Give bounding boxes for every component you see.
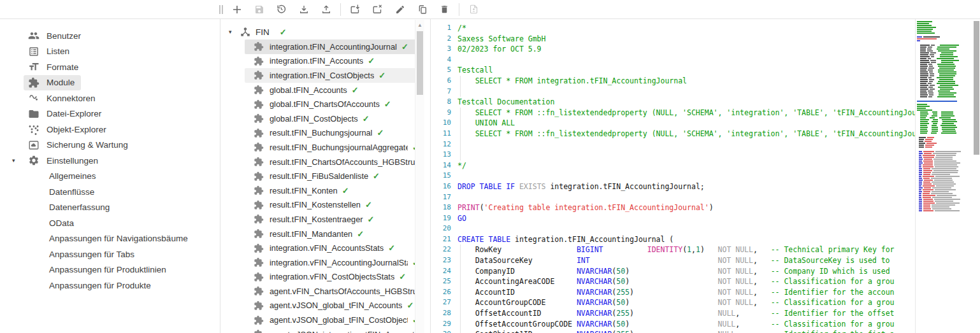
code-line: 15 bbox=[431, 171, 915, 181]
sidebar-item-listen[interactable]: Listen bbox=[0, 44, 76, 60]
tree-scrollbar-thumb[interactable] bbox=[417, 31, 423, 95]
add-button[interactable] bbox=[226, 1, 248, 18]
toolbar bbox=[0, 0, 980, 19]
editor-minimap[interactable] bbox=[917, 21, 972, 212]
sidebar-item-benutzer[interactable]: Benutzer bbox=[0, 28, 87, 44]
grid-dots-icon bbox=[28, 124, 40, 135]
sidebar-item-datei-explorer[interactable]: Datei-Explorer bbox=[0, 106, 108, 122]
minimap-row bbox=[917, 206, 972, 208]
sidebar-item-objekt-explorer[interactable]: Objekt-Explorer bbox=[0, 122, 113, 138]
tree-item-integration-vfin-costobjectsstats[interactable]: integration.vFIN_CostObjectsStats✓ bbox=[245, 270, 419, 285]
sidebar-subitem-datenfl-sse[interactable]: Datenflüsse bbox=[0, 184, 220, 200]
download-button[interactable] bbox=[292, 1, 315, 18]
sidebar-item-label: Konnektoren bbox=[47, 94, 96, 103]
sidebar-subitem-anpassungen-f-r-produkte[interactable]: Anpassungen für Produkte bbox=[0, 278, 220, 294]
sidebar-subitem-allgemeines[interactable]: Allgemeines bbox=[0, 169, 220, 185]
minimap-row bbox=[917, 178, 972, 179]
module-tree-panel: ▾ FIN ✓ integration.tFIN_AccountingJourn… bbox=[220, 20, 430, 333]
sidebar-subitem-anpassungen-f-r-produktlinien[interactable]: Anpassungen für Produktlinien bbox=[0, 262, 220, 278]
puzzle-icon bbox=[254, 214, 264, 224]
sql-code-editor[interactable]: 1/*2Saxess Software GmbH302/2023 for OCT… bbox=[431, 20, 915, 333]
check-icon: ✓ bbox=[388, 243, 395, 253]
tree-item-agent-vfin-chartsofaccounts-hgbstructure[interactable]: agent.vFIN_ChartsOfAccounts_HGBStructure bbox=[245, 284, 419, 299]
tree-item-global-tfin-costobjects[interactable]: global.tFIN_CostObjects✓ bbox=[245, 111, 419, 126]
tree-item-integration-tfin-accountingjournal[interactable]: integration.tFIN_AccountingJournal✓ bbox=[245, 39, 419, 54]
line-number: 26 bbox=[431, 287, 451, 298]
tree-item-result-tfin-kostentraeger[interactable]: result.tFIN_Kostentraeger✓ bbox=[245, 212, 419, 227]
tree-item-result-tfin-chartsofaccounts-hgbstructure[interactable]: result.tFIN_ChartsOfAccounts_HGBStructur… bbox=[245, 155, 419, 169]
puzzle-icon bbox=[254, 272, 264, 282]
code-line: 22 RowKey BIGINT IDENTITY(1,1) NOT NULL,… bbox=[431, 244, 915, 255]
code-line: 19GO bbox=[431, 213, 915, 224]
tree-item-global-tfin-accounts[interactable]: global.tFIN_Accounts✓ bbox=[245, 83, 419, 97]
sidebar-item-einstellungen[interactable]: ▾Einstellungen bbox=[0, 153, 104, 169]
panel-resize-handle[interactable] bbox=[217, 1, 226, 18]
tree-item-agent-vjson-global-tfin-costobjects[interactable]: agent.vJSON_global_tFIN_CostObjects✓ bbox=[245, 313, 419, 327]
minimap-row bbox=[917, 79, 972, 80]
code-line-content: DataSourceKey INT NOT NULL, -- DataSourc… bbox=[458, 255, 915, 266]
minimap-row bbox=[917, 50, 972, 52]
sidebar-subitem-odata[interactable]: OData bbox=[0, 215, 220, 231]
tree-item-agent-vjson-integration-tfin-accountingjournal[interactable]: agent.vJSON_integration_tFIN_AccountingJ… bbox=[245, 327, 419, 333]
tree-item-label: integration.tFIN_CostObjects bbox=[270, 71, 374, 80]
tree-divider[interactable] bbox=[430, 19, 431, 333]
tree-root-fin[interactable]: ▾ FIN ✓ bbox=[220, 24, 430, 39]
code-line-content: AccountID NVARCHAR(255) NOT NULL, -- Ide… bbox=[458, 287, 915, 298]
sidebar-item-formate[interactable]: Formate bbox=[0, 59, 85, 75]
deploy-button[interactable] bbox=[344, 1, 366, 18]
minimap-row bbox=[917, 176, 972, 177]
code-line: 30 CostObject1ID NVARCHAR(255) NULL -- I… bbox=[431, 329, 915, 333]
minimap-row bbox=[917, 146, 972, 148]
minimap-row bbox=[917, 29, 972, 30]
sidebar-item-body: Datei-Explorer bbox=[24, 106, 108, 122]
undeploy-button[interactable] bbox=[366, 1, 389, 18]
code-line: 16DROP TABLE IF EXISTS integration.tFIN_… bbox=[431, 181, 915, 192]
tree-item-result-tfin-buchungsjournalaggregated[interactable]: result.tFIN_BuchungsjournalAggregated✓ bbox=[245, 140, 419, 155]
minimap-row bbox=[917, 151, 972, 152]
minimap-row bbox=[917, 81, 972, 82]
sidebar-subitem-anpassungen-f-r-navigationsb-ume[interactable]: Anpassungen für Navigationsbäume bbox=[0, 231, 220, 247]
minimap-row bbox=[917, 69, 972, 71]
code-line-content: GO bbox=[458, 213, 915, 224]
tree-item-integration-vfin-accountsstats[interactable]: integration.vFIN_AccountsStats✓ bbox=[245, 241, 419, 255]
sidebar-item-body: Sicherung & Wartung bbox=[24, 138, 134, 153]
tree-item-agent-vjson-global-tfin-accounts[interactable]: agent.vJSON_global_tFIN_Accounts✓ bbox=[245, 299, 419, 313]
tree-item-integration-tfin-accounts[interactable]: integration.tFIN_Accounts✓ bbox=[245, 54, 419, 69]
sidebar-item-module[interactable]: Module bbox=[0, 75, 81, 91]
minimap-row bbox=[917, 191, 972, 192]
upload-button[interactable] bbox=[315, 1, 337, 18]
code-line: 10 UNION ALL bbox=[431, 118, 915, 129]
tree-item-global-tfin-chartsofaccounts[interactable]: global.tFIN_ChartsOfAccounts✓ bbox=[245, 97, 419, 111]
sidebar-item-konnektoren[interactable]: Konnektoren bbox=[0, 90, 102, 106]
tree-item-result-tfin-fibusaldenliste[interactable]: result.tFIN_FiBuSaldenliste✓ bbox=[245, 169, 419, 183]
sidebar-divider[interactable] bbox=[220, 0, 220, 333]
tree-item-result-tfin-buchungsjournal[interactable]: result.tFIN_Buchungsjournal✓ bbox=[245, 126, 419, 141]
tree-item-result-tfin-mandanten[interactable]: result.tFIN_Mandanten✓ bbox=[245, 227, 419, 241]
scroll-up-arrow-icon[interactable]: ▲ bbox=[415, 22, 424, 28]
edit-button[interactable] bbox=[389, 1, 411, 18]
tree-item-result-tfin-kostenstellen[interactable]: result.tFIN_Kostenstellen✓ bbox=[245, 198, 419, 213]
code-line: 24 CompanyID NVARCHAR(50) NOT NULL, -- C… bbox=[431, 266, 915, 277]
connector-icon bbox=[28, 92, 40, 104]
tree-item-integration-vfin-accountingjournalstats[interactable]: integration.vFIN_AccountingJournalStats✓ bbox=[245, 255, 419, 270]
code-line-content: SELECT * FROM integration.tFIN_Accountin… bbox=[458, 76, 915, 87]
chevron-down-icon[interactable]: ▾ bbox=[229, 29, 240, 35]
line-number: 1 bbox=[431, 23, 451, 34]
minimap-row bbox=[917, 189, 972, 190]
chevron-down-icon[interactable]: ▾ bbox=[0, 157, 24, 164]
tree-item-result-tfin-konten[interactable]: result.tFIN_Konten✓ bbox=[245, 183, 419, 198]
duplicate-button[interactable] bbox=[411, 1, 433, 18]
tree-scrollbar[interactable]: ▲ bbox=[415, 20, 424, 333]
sidebar-subitem-datenerfassung[interactable]: Datenerfassung bbox=[0, 200, 220, 216]
sidebar-subitem-anpassungen-f-r-tabs[interactable]: Anpassungen für Tabs bbox=[0, 246, 220, 262]
editor-scrollbar-thumb[interactable] bbox=[974, 21, 979, 155]
code-line: 18PRINT('Creating table integration.tFIN… bbox=[431, 202, 915, 213]
delete-button[interactable] bbox=[433, 1, 456, 18]
minimap-row bbox=[917, 193, 972, 194]
history-button[interactable] bbox=[270, 1, 292, 18]
sidebar-item-sicherung-wartung[interactable]: Sicherung & Wartung bbox=[0, 138, 134, 153]
tree-item-integration-tfin-costobjects[interactable]: integration.tFIN_CostObjects✓ bbox=[245, 68, 419, 83]
check-icon: ✓ bbox=[373, 171, 380, 181]
code-line-content: DROP TABLE IF EXISTS integration.tFIN_Ac… bbox=[458, 181, 915, 192]
line-number: 25 bbox=[431, 276, 451, 287]
